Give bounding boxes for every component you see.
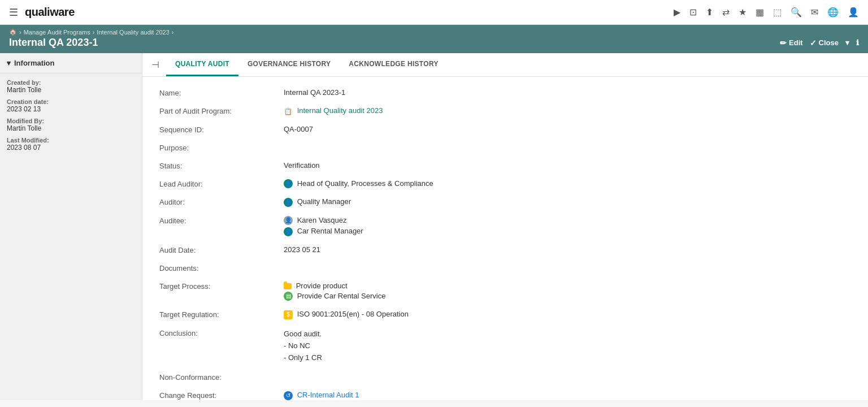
created-by-label: Created by: — [7, 79, 135, 86]
title-actions: ✏ Edit ✓ Close ▾ ℹ — [780, 38, 859, 47]
tab-collapse-button[interactable]: ⊣ — [147, 54, 164, 76]
breadcrumb-separator3: › — [172, 29, 174, 36]
detail-row-auditor: Auditor: 👤 Quality Manager — [159, 197, 851, 207]
tab-quality-audit[interactable]: Quality Audit — [166, 53, 238, 76]
modified-by-value: Martin Tolle — [7, 124, 135, 132]
created-by-value: Martin Tolle — [7, 86, 135, 94]
close-label: Close — [819, 38, 839, 47]
detail-row-status: Status: Verification — [159, 161, 851, 170]
grid-icon[interactable]: ▦ — [756, 7, 764, 18]
detail-row-audit-program: Part of Audit Program: 📋 Internal Qualit… — [159, 106, 851, 116]
dropdown-button[interactable]: ▾ — [845, 38, 849, 47]
audit-program-value[interactable]: 📋 Internal Quality audit 2023 — [284, 106, 851, 116]
sidebar-field-creation-date: Creation date: 2023 02 13 — [7, 98, 135, 113]
breadcrumb-internal-quality[interactable]: Internal Quality audit 2023 — [97, 29, 169, 36]
detail-row-sequence-id: Sequence ID: QA-0007 — [159, 125, 851, 134]
target-regulation-value: $ ISO 9001:2015(en) - 08 Operation — [284, 310, 851, 319]
detail-row-lead-auditor: Lead Auditor: 👤 Head of Quality, Process… — [159, 179, 851, 189]
detail-row-target-process: Target Process: Provide product ▤ Provid… — [159, 282, 851, 301]
target-process-value: Provide product ▤ Provide Car Rental Ser… — [284, 282, 851, 301]
detail-content: Name: Internal QA 2023-1 Part of Audit P… — [142, 77, 868, 400]
audit-program-text: Internal Quality audit 2023 — [297, 106, 383, 115]
last-modified-value: 2023 08 07 — [7, 144, 135, 151]
detail-row-non-conformance: Non-Conformance: — [159, 373, 851, 382]
search-icon[interactable]: 🔍 — [791, 7, 802, 18]
title-bar: 🏠 › Manage Audit Programs › Internal Qua… — [0, 25, 868, 53]
lead-auditor-label: Lead Auditor: — [159, 179, 284, 188]
audit-date-value: 2023 05 21 — [284, 245, 851, 254]
chevron-down-icon: ▾ — [7, 59, 11, 67]
target-process-text-2: Provide Car Rental Service — [297, 292, 386, 300]
globe-icon[interactable]: 🌐 — [827, 7, 839, 18]
sidebar-fields: Created by: Martin Tolle Creation date: … — [0, 73, 142, 162]
sidebar: ▾ Information Created by: Martin Tolle C… — [0, 53, 142, 400]
home-icon[interactable]: 🏠 — [9, 28, 17, 36]
tab-governance-history[interactable]: Governance History — [238, 53, 340, 76]
change-request-label: Change Request: — [159, 391, 284, 400]
sidebar-section-information[interactable]: ▾ Information — [0, 53, 142, 73]
user-icon[interactable]: 👤 — [848, 7, 859, 18]
detail-row-auditee: Auditee: 👤 Karen Vasquez 👤 Car Rental Ma… — [159, 216, 851, 236]
hamburger-menu[interactable]: ☰ — [9, 6, 18, 19]
star-icon[interactable]: ★ — [739, 7, 747, 18]
breadcrumb: 🏠 › Manage Audit Programs › Internal Qua… — [9, 28, 859, 36]
target-regulation-label: Target Regulation: — [159, 310, 284, 319]
auditee-icon-1: 👤 — [284, 216, 293, 225]
change-request-value[interactable]: ↺ CR-Internal Audit 1 — [284, 391, 851, 400]
app-logo: qualiware — [25, 6, 75, 19]
copy-icon[interactable]: ⬚ — [773, 7, 782, 18]
name-value: Internal QA 2023-1 — [284, 88, 851, 97]
auditee-icon-2: 👤 — [284, 227, 293, 236]
main-layout: ▾ Information Created by: Martin Tolle C… — [0, 53, 868, 400]
lead-auditor-value: 👤 Head of Quality, Processes & Complianc… — [284, 179, 851, 189]
tabs-bar: ⊣ Quality Audit Governance History Ackno… — [142, 53, 868, 77]
sidebar-field-created-by: Created by: Martin Tolle — [7, 79, 135, 94]
detail-row-conclusion: Conclusion: Good audit. - No NC - Only 1… — [159, 328, 851, 363]
auditor-value: 👤 Quality Manager — [284, 197, 851, 207]
regulation-icon: $ — [284, 310, 293, 319]
conclusion-line-1: Good audit. — [284, 330, 322, 338]
documents-label: Documents: — [159, 263, 284, 272]
nav-icon-group: ▶ ⊡ ⬆ ⇄ ★ ▦ ⬚ 🔍 ✉ 🌐 👤 — [674, 7, 859, 18]
sequence-id-value: QA-0007 — [284, 125, 851, 133]
audit-date-label: Audit Date: — [159, 245, 284, 254]
share-icon[interactable]: ⇄ — [722, 7, 730, 18]
content-area: ⊣ Quality Audit Governance History Ackno… — [142, 53, 868, 400]
process-doc-icon: ▤ — [284, 292, 293, 301]
change-request-icon: ↺ — [284, 391, 293, 400]
check-icon: ✓ — [810, 38, 817, 47]
audit-program-icon: 📋 — [284, 107, 293, 116]
last-modified-label: Last Modified: — [7, 137, 135, 144]
video-icon[interactable]: ▶ — [674, 7, 680, 18]
detail-row-audit-date: Audit Date: 2023 05 21 — [159, 245, 851, 254]
creation-date-label: Creation date: — [7, 98, 135, 105]
auditor-label: Auditor: — [159, 197, 284, 206]
detail-row-purpose: Purpose: — [159, 143, 851, 152]
status-label: Status: — [159, 161, 284, 170]
conclusion-value: Good audit. - No NC - Only 1 CR — [284, 328, 851, 363]
page-title-text: Internal QA 2023-1 — [9, 37, 98, 49]
target-process-line-2: ▤ Provide Car Rental Service — [284, 292, 851, 301]
auditee-text-2: Car Rental Manager — [297, 227, 363, 235]
tab-acknowledge-history[interactable]: Acknowledge History — [340, 53, 447, 76]
monitor-icon[interactable]: ⊡ — [689, 7, 697, 18]
edit-label: Edit — [789, 38, 803, 47]
purpose-label: Purpose: — [159, 143, 284, 152]
info-icon[interactable]: ℹ — [856, 38, 859, 47]
target-process-line-1: Provide product — [284, 282, 851, 290]
status-value: Verification — [284, 161, 851, 170]
breadcrumb-manage-audit[interactable]: Manage Audit Programs — [24, 29, 90, 36]
breadcrumb-separator: › — [19, 29, 21, 36]
mail-icon[interactable]: ✉ — [811, 7, 818, 18]
edit-icon: ✏ — [780, 38, 787, 47]
auditee-value: 👤 Karen Vasquez 👤 Car Rental Manager — [284, 216, 851, 236]
edit-button[interactable]: ✏ Edit — [780, 38, 803, 47]
lead-auditor-text: Head of Quality, Processes & Compliance — [297, 179, 433, 188]
audit-program-label: Part of Audit Program: — [159, 106, 284, 115]
upload-icon[interactable]: ⬆ — [706, 7, 713, 18]
target-process-label: Target Process: — [159, 282, 284, 291]
lead-auditor-icon: 👤 — [284, 179, 293, 188]
close-button[interactable]: ✓ Close — [810, 38, 839, 47]
non-conformance-label: Non-Conformance: — [159, 373, 284, 382]
auditor-text: Quality Manager — [297, 197, 351, 206]
